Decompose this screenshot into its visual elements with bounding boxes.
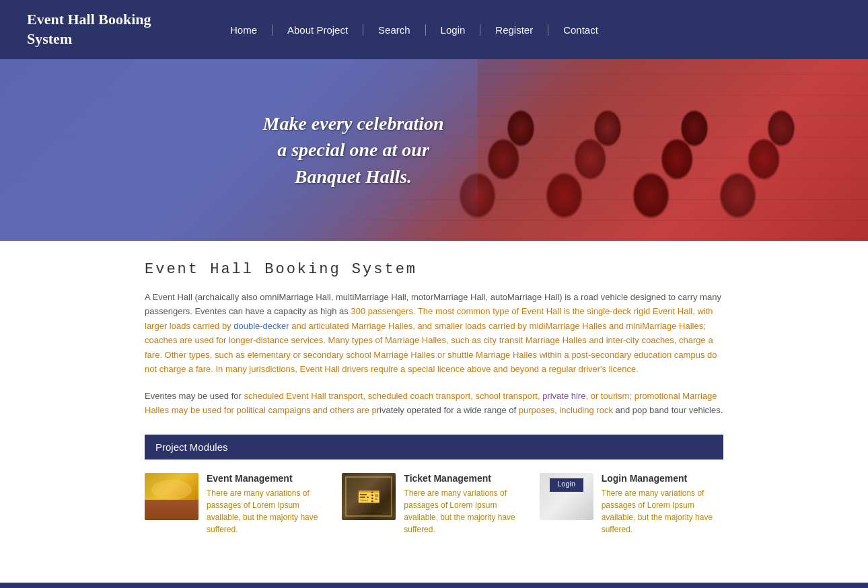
module-image-ticket <box>342 473 396 520</box>
module-desc-event: There are many variations of passages of… <box>207 487 328 536</box>
description-paragraph-1: A Event Hall (archaically also omniMarri… <box>145 290 723 377</box>
module-info-login: Login Management There are many variatio… <box>602 473 723 536</box>
hero-headline: Make every celebration a special one at … <box>262 110 443 190</box>
description-paragraph-2: Eventes may be used for scheduled Event … <box>145 389 723 418</box>
nav-item-login[interactable]: Login <box>426 24 481 36</box>
module-title-event: Event Management <box>207 473 328 484</box>
nav-item-contact[interactable]: Contact <box>548 24 613 36</box>
module-title-login: Login Management <box>602 473 723 484</box>
nav-item-register[interactable]: Register <box>480 24 548 36</box>
site-header: Event Hall Booking System HomeAbout Proj… <box>0 0 868 59</box>
module-card-event: Event Management There are many variatio… <box>145 473 328 536</box>
module-info-event: Event Management There are many variatio… <box>207 473 328 536</box>
modules-section-header: Project Modules <box>145 435 723 460</box>
nav-item-search[interactable]: Search <box>363 24 426 36</box>
module-image-login <box>540 473 593 520</box>
main-content: Event Hall Booking System A Event Hall (… <box>131 241 737 556</box>
module-image-event <box>145 473 198 520</box>
modules-grid: Event Management There are many variatio… <box>145 473 723 536</box>
site-footer <box>0 583 868 589</box>
page-title: Event Hall Booking System <box>145 261 723 278</box>
site-title: Event Hall Booking System <box>27 10 175 48</box>
nav-item-home[interactable]: Home <box>215 24 273 36</box>
module-desc-ticket: There are many variations of passages of… <box>404 487 526 536</box>
hero-banner: Make every celebration a special one at … <box>0 59 868 241</box>
module-card-ticket: Ticket Management There are many variati… <box>342 473 526 536</box>
module-card-login: Login Management There are many variatio… <box>540 473 723 536</box>
main-nav: HomeAbout ProjectSearchLoginRegisterCont… <box>215 24 613 36</box>
module-desc-login: There are many variations of passages of… <box>602 487 723 536</box>
nav-item-about[interactable]: About Project <box>273 24 363 36</box>
module-info-ticket: Ticket Management There are many variati… <box>404 473 526 536</box>
hero-text: Make every celebration a special one at … <box>262 110 443 190</box>
module-title-ticket: Ticket Management <box>404 473 526 484</box>
